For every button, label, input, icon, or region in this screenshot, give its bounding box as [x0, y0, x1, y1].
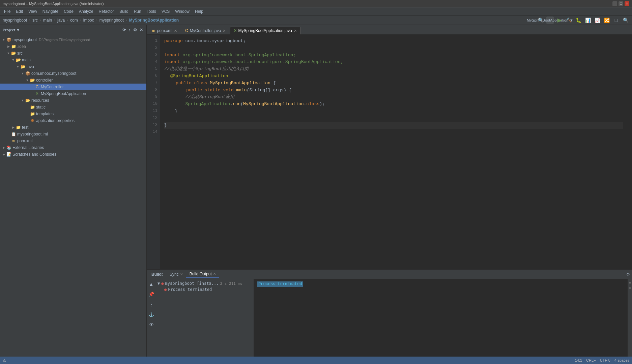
coverage-button[interactable]: 📊: [584, 17, 592, 24]
sync-tab-close[interactable]: ✕: [180, 272, 183, 276]
status-line-ending[interactable]: CRLF: [586, 358, 596, 362]
breadcrumb-active[interactable]: MySpringBootApplication: [129, 18, 179, 23]
strip-icon2[interactable]: ≡: [629, 286, 631, 290]
breadcrumb-com[interactable]: com: [70, 18, 78, 23]
folder-open-icon: 📂: [11, 51, 16, 56]
tree-item-package[interactable]: ▼ 📦 com.imooc.myspringboot: [0, 70, 146, 77]
breadcrumb-myspringboot[interactable]: myspringboot: [3, 18, 27, 23]
tree-item-myspringbootapp[interactable]: S MySpringBootApplication: [0, 90, 146, 97]
profiler-button[interactable]: 📈: [594, 17, 601, 24]
vcs-button[interactable]: 🔀: [603, 17, 610, 24]
bottom-panel: Build: Sync ✕ Build Output ✕ ⚙: [147, 269, 632, 357]
tree-item-main[interactable]: ▼ 📂 main: [0, 57, 146, 63]
eye-icon[interactable]: 👁: [148, 321, 155, 328]
filter-icon[interactable]: ⋮: [148, 301, 155, 308]
breadcrumb-imooc[interactable]: imooc: [83, 18, 94, 23]
line-numbers: 1 2 3 4 5 6 7 8 9 10 11 12 13 14: [147, 35, 160, 269]
tree-item-scratches[interactable]: ▶ 📝 Scratches and Consoles: [0, 151, 146, 158]
menu-build[interactable]: Build: [117, 8, 131, 14]
menu-navigate[interactable]: Navigate: [40, 8, 61, 14]
terminal-button[interactable]: □: [612, 17, 620, 24]
breadcrumb-src[interactable]: src: [32, 18, 38, 23]
mycontroller-tab-icon: C: [185, 28, 188, 33]
tree-label: pom.xml: [17, 139, 32, 143]
sidebar-settings-icon[interactable]: ⚙: [133, 27, 138, 33]
menu-file[interactable]: File: [1, 8, 13, 14]
status-warning-icon: ⚠: [3, 358, 6, 363]
menu-refactor[interactable]: Refactor: [96, 8, 117, 14]
breadcrumb-main[interactable]: main: [43, 18, 52, 23]
build-item-myspringboot[interactable]: ▼ ● myspringboot [insta... 2 s 211 ms: [156, 280, 254, 286]
tree-item-src[interactable]: ▼ 📂 src: [0, 50, 146, 57]
sync-tab-label: Sync: [170, 272, 179, 277]
bottom-tab-build-output[interactable]: Build Output ✕: [186, 271, 219, 278]
tree-item-myspringboot[interactable]: ▼ 📦 myspringboot D:\Program Files\myspri…: [0, 36, 146, 43]
menu-vcs[interactable]: VCS: [159, 8, 173, 14]
tab-pom-xml[interactable]: m pom.xml ✕: [148, 27, 181, 34]
lib-icon: 📚: [6, 145, 11, 150]
menu-help[interactable]: Help: [192, 8, 206, 14]
code-editor[interactable]: package com.imooc.myspringboot; import o…: [160, 35, 627, 269]
menu-run[interactable]: Run: [131, 8, 144, 14]
tab-myspringbootapp[interactable]: S MySpringBootApplication.java ✕: [230, 27, 300, 34]
menu-view[interactable]: View: [26, 8, 40, 14]
tree-item-mycontroller[interactable]: C MyController: [0, 84, 146, 90]
tree-item-appprops[interactable]: ⚙ application.properties: [0, 117, 146, 124]
code-line-13: }: [164, 122, 623, 129]
sidebar-sort-icon[interactable]: ↕: [128, 27, 131, 33]
status-indent[interactable]: 4 spaces: [614, 358, 629, 362]
anchor-icon[interactable]: ⚓: [148, 311, 155, 318]
code-line-11: }: [164, 108, 623, 115]
folder-open-icon: 📂: [16, 58, 21, 62]
tab-mycontroller[interactable]: C MyController.java ✕: [181, 27, 229, 34]
debug-button[interactable]: 🐛: [575, 17, 582, 24]
tree-item-pom[interactable]: m pom.xml: [0, 138, 146, 144]
tree-label: controller: [36, 78, 53, 83]
sidebar-close-icon[interactable]: ✕: [139, 27, 144, 33]
tab-mycontroller-close[interactable]: ✕: [223, 29, 226, 33]
tree-item-iml[interactable]: 📋 myspringboot.iml: [0, 131, 146, 138]
status-encoding[interactable]: UTF-8: [600, 358, 610, 362]
tree-label: MyController: [41, 85, 64, 89]
myspringbootapp-tab-icon: S: [234, 28, 236, 33]
tree-arrow: ▼: [20, 72, 25, 75]
breadcrumb-myspringboot2[interactable]: myspringboot: [99, 18, 124, 23]
menu-analyze[interactable]: Analyze: [76, 8, 96, 14]
minimize-button[interactable]: —: [612, 1, 617, 6]
pin-icon[interactable]: 📌: [148, 291, 155, 298]
close-button[interactable]: ✕: [625, 1, 629, 6]
title-bar: myspringboot – MySpringBootApplication.j…: [0, 0, 632, 7]
breadcrumb-java[interactable]: java: [57, 18, 65, 23]
bottom-tab-sync[interactable]: Sync ✕: [166, 271, 186, 278]
tab-pom-close[interactable]: ✕: [174, 29, 177, 33]
menu-edit[interactable]: Edit: [13, 8, 26, 14]
editor-content[interactable]: 1 2 3 4 5 6 7 8 9 10 11 12 13 14: [147, 35, 632, 269]
menu-window[interactable]: Window: [172, 8, 192, 14]
tree-item-templates[interactable]: 📁 templates: [0, 111, 146, 117]
tab-myspringbootapp-close[interactable]: ✕: [294, 29, 297, 33]
folder-open-icon: 📂: [30, 78, 35, 83]
run-config-selector[interactable]: MySpringBootApplication ▼: [546, 17, 554, 24]
tree-item-ext-libs[interactable]: ▶ 📚 External Libraries: [0, 144, 146, 151]
tree-item-controller[interactable]: ▼ 📂 controller: [0, 77, 146, 84]
tree-item-resources[interactable]: ▼ 📂 resources: [0, 97, 146, 104]
run-button[interactable]: ▶: [556, 17, 563, 24]
bottom-settings-icon[interactable]: ⚙: [626, 271, 631, 277]
search-button[interactable]: 🔍: [622, 17, 629, 24]
menu-tools[interactable]: Tools: [144, 8, 159, 14]
tree-item-java[interactable]: ▼ 📂 java: [0, 63, 146, 70]
strip-icon1[interactable]: ≡: [629, 280, 631, 284]
build-item-process-terminated[interactable]: ● Process terminated: [156, 286, 254, 293]
status-position[interactable]: 14:1: [575, 358, 582, 362]
tree-item-idea[interactable]: ▶ 📁 .idea: [0, 43, 146, 50]
scroll-up-icon[interactable]: ▲: [148, 280, 155, 288]
build-button[interactable]: 🔨: [565, 17, 573, 24]
maximize-button[interactable]: ☐: [619, 1, 623, 6]
tree-item-test[interactable]: ▶ 📁 test: [0, 124, 146, 131]
menu-code[interactable]: Code: [61, 8, 76, 14]
spring-icon: S: [34, 91, 40, 96]
build-output-line-1: Process terminated: [257, 281, 624, 287]
build-output-tab-close[interactable]: ✕: [213, 272, 216, 276]
tree-item-static[interactable]: 📁 static: [0, 104, 146, 111]
sidebar-sync-icon[interactable]: ⟳: [122, 27, 126, 33]
